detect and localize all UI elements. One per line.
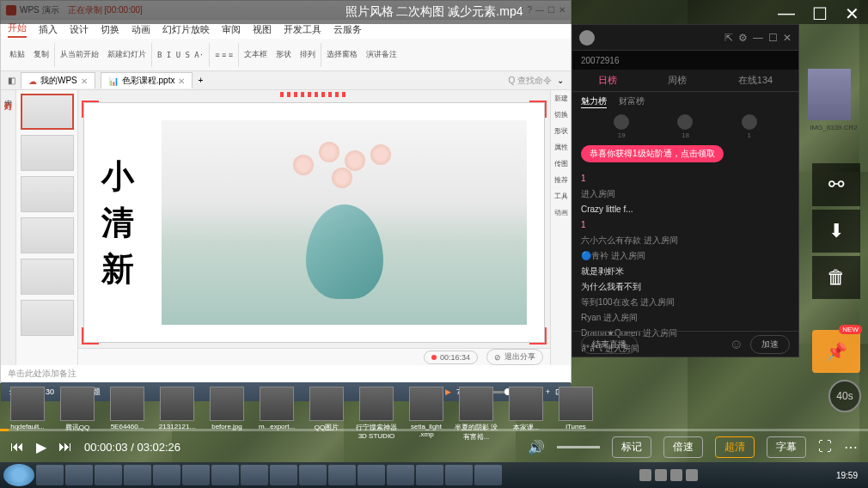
tool-recommend[interactable]: 推荐 (551, 175, 571, 185)
task-item[interactable] (358, 465, 385, 485)
menu-animation[interactable]: 动画 (131, 23, 150, 36)
ribbon-select-pane[interactable]: 选择窗格 (323, 47, 361, 62)
menu-review[interactable]: 审阅 (222, 23, 241, 36)
minimize-icon[interactable]: — (753, 32, 763, 44)
tray-icon[interactable] (639, 469, 651, 481)
ribbon-shape[interactable]: 形状 (272, 47, 295, 62)
tool-tools[interactable]: 工具 (551, 192, 571, 201)
emoji-icon[interactable]: ☺ (730, 337, 743, 352)
tool-new[interactable]: 新建 (551, 94, 571, 103)
ribbon-copy[interactable]: 复制 (30, 47, 52, 62)
ribbon-textbox[interactable]: 文本框 (241, 47, 271, 62)
slide-thumb-6[interactable] (21, 300, 74, 336)
slide-canvas[interactable]: 小 清 新 (83, 102, 545, 343)
task-item[interactable] (211, 465, 239, 485)
close-icon[interactable]: ✕ (178, 76, 185, 86)
end-stream-button[interactable]: 结束直播 (581, 335, 638, 354)
ribbon-paste[interactable]: 粘贴 (6, 47, 28, 62)
tool-shape[interactable]: 形状 (551, 126, 571, 136)
task-item[interactable] (445, 465, 473, 485)
task-item[interactable] (153, 465, 180, 485)
maximize-icon[interactable]: ☐ (812, 3, 828, 24)
close-icon[interactable]: ✕ (845, 3, 859, 24)
tab-daily[interactable]: 日榜 (598, 74, 617, 87)
volume-slider[interactable] (557, 446, 600, 448)
tray-icon[interactable] (686, 469, 698, 481)
task-item[interactable] (387, 465, 414, 485)
chat-msg: 1 (581, 219, 790, 231)
task-item[interactable] (36, 465, 64, 485)
task-item[interactable] (299, 465, 327, 485)
menu-transition[interactable]: 切换 (101, 23, 119, 36)
close-icon[interactable]: ✕ (783, 32, 792, 44)
user-avatar-icon[interactable] (579, 30, 595, 46)
play-icon[interactable]: ▶ (36, 439, 46, 455)
popout-icon[interactable]: ⇱ (724, 32, 733, 44)
promo-badge[interactable]: 恭喜你获得1级站阶通，点击领取 (581, 145, 724, 162)
fullscreen-icon[interactable]: ⛶ (818, 439, 832, 454)
menu-design[interactable]: 设计 (70, 23, 89, 36)
tab-online[interactable]: 在线134 (738, 74, 773, 87)
subtab-charm[interactable]: 魅力榜 (581, 95, 607, 108)
tool-transition[interactable]: 切换 (551, 110, 571, 119)
mark-button[interactable]: 标记 (612, 436, 651, 458)
right-file-thumbs: IMG_8339.CR2 (808, 69, 859, 131)
task-item[interactable] (65, 465, 93, 485)
minimize-icon[interactable]: — (778, 3, 795, 24)
doc-tab-file[interactable]: 📊色彩课程.pptx✕ (101, 72, 193, 88)
slide-thumb-5[interactable] (21, 259, 74, 295)
volume-icon[interactable]: 🔊 (528, 439, 545, 455)
delete-icon[interactable]: 🗑 (812, 256, 860, 299)
task-item[interactable] (328, 465, 356, 485)
tray-icon[interactable] (670, 469, 682, 481)
task-item[interactable] (474, 465, 502, 485)
task-item[interactable] (241, 465, 268, 485)
more-icon[interactable]: ⋯ (844, 439, 858, 455)
menu-slideshow[interactable]: 幻灯片放映 (162, 23, 210, 36)
subtab-wealth[interactable]: 财富榜 (619, 95, 645, 107)
system-clock[interactable]: 19:59 (836, 471, 865, 480)
close-icon[interactable]: ✕ (81, 76, 88, 86)
subtitle-button[interactable]: 字幕 (767, 436, 806, 458)
tool-animation[interactable]: 动画 (551, 208, 571, 217)
notes-field[interactable]: 单击此处添加备注 (1, 365, 571, 382)
speed-button[interactable]: 倍速 (663, 436, 703, 458)
slide-thumb-2[interactable] (21, 135, 74, 171)
tab-weekly[interactable]: 周榜 (668, 74, 687, 87)
task-item[interactable] (270, 465, 297, 485)
exit-share-button[interactable]: ⊘退出分享 (486, 349, 543, 365)
start-button[interactable] (3, 464, 34, 486)
download-icon[interactable]: ⬇ (812, 210, 860, 253)
task-item[interactable] (124, 465, 151, 485)
tool-property[interactable]: 属性 (551, 143, 571, 152)
chat-msg: Ryan 进入房间 (581, 312, 790, 324)
next-icon[interactable]: ⏭ (58, 439, 72, 454)
ribbon-new-slide[interactable]: 新建幻灯片 (104, 47, 150, 62)
task-item[interactable] (95, 465, 122, 485)
ribbon-speaker-notes[interactable]: 演讲备注 (363, 47, 400, 62)
slide-thumb-4[interactable] (21, 217, 74, 253)
slide-thumb-3[interactable] (21, 176, 74, 212)
prev-icon[interactable]: ⏮ (10, 439, 24, 454)
quality-button[interactable]: 超清 (715, 436, 755, 458)
task-item[interactable] (182, 465, 210, 485)
ribbon-from-current[interactable]: 从当前开始 (57, 47, 102, 62)
maximize-icon[interactable]: ☐ (768, 32, 778, 44)
pin-button[interactable]: NEW 📌 (812, 330, 860, 373)
settings-icon[interactable]: ⚙ (738, 32, 748, 44)
menu-insert[interactable]: 插入 (39, 23, 58, 36)
tool-upload[interactable]: 传图 (551, 159, 571, 168)
menu-cloud[interactable]: 云服务 (333, 23, 362, 36)
search-input[interactable]: Q 查找命令 (508, 75, 552, 87)
menu-view[interactable]: 视图 (253, 23, 272, 36)
tray-icon[interactable] (655, 469, 667, 481)
doc-tab-wps[interactable]: ☁我的WPS✕ (21, 72, 95, 88)
task-item[interactable] (416, 465, 443, 485)
accelerate-button[interactable]: 加速 (750, 335, 790, 354)
add-tab-icon[interactable]: + (198, 76, 203, 85)
ribbon-arrange[interactable]: 排列 (296, 47, 319, 62)
share-icon[interactable]: ⚯ (812, 163, 860, 206)
slide-thumb-1[interactable] (21, 94, 74, 130)
menu-developer[interactable]: 开发工具 (284, 23, 321, 36)
file-thumb[interactable] (808, 69, 851, 120)
